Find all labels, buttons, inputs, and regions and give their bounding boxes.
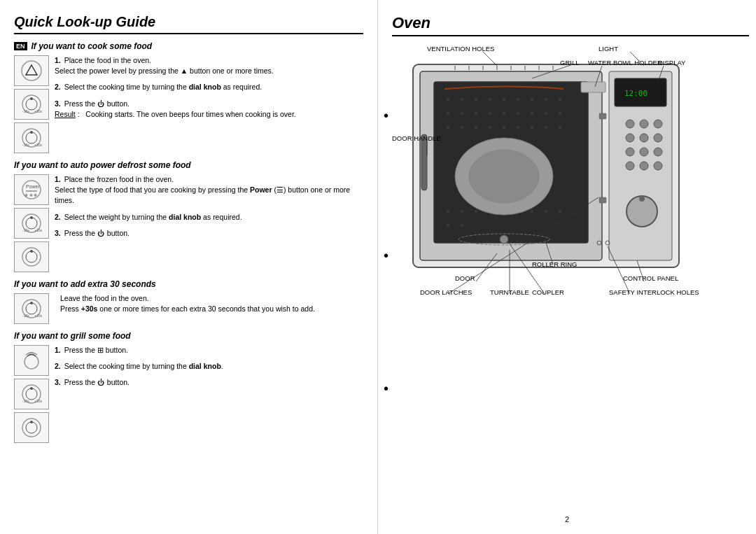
svg-text:❄ ❄ ❄: ❄ ❄ ❄ [24,193,37,197]
svg-text:+10s: +10s [34,143,42,147]
section-defrost-title: If you want to auto power defrost some f… [14,160,363,170]
start-button-icon: -10s +10s [19,125,44,150]
cook-steps-container: -10s +10s -10s +10s 1. [14,55,363,153]
icon-start-button: -10s +10s [14,122,49,153]
bullet-1: • [384,108,388,122]
label-water-bowl-holder: WATER BOWL HOLDER [588,59,662,66]
svg-point-93 [640,148,648,156]
svg-point-44 [475,98,477,101]
power-defrost-icon: Power ❄ ❄ ❄ [19,177,44,202]
label-door: DOOR [455,274,475,282]
left-title: Quick Look-up Guide [14,14,363,34]
defrost-step-3: 3. Press the ⏻ button. [55,228,363,239]
svg-point-25 [26,303,37,314]
oven-svg: 12:00 [392,43,728,463]
svg-point-87 [640,120,648,128]
defrost-step-1: 1. Place the frozen food in the oven. Se… [55,174,363,206]
svg-point-36 [26,422,37,433]
svg-point-57 [531,112,533,115]
icon-dial-knob-3: -10s +10s [14,379,49,409]
svg-rect-82 [421,134,427,190]
cook-icons: -10s +10s -10s +10s [14,55,49,153]
svg-point-26 [30,302,33,304]
svg-point-79 [461,224,463,227]
svg-text:-10s: -10s [22,314,29,318]
label-light: LIGHT [598,45,618,52]
svg-point-53 [475,112,477,115]
label-ventilation-holes: VENTILATION HOLES [427,45,494,52]
cook-step-3: 3. Press the ⏻ button. Result : Cooking … [55,99,363,120]
svg-text:+10s: +10s [34,228,42,232]
left-panel: Quick Look-up Guide EN If you want to co… [0,0,378,534]
svg-point-91 [654,134,662,142]
section-grill-title: If you want to grill some food [14,331,363,341]
svg-text:-10s: -10s [22,228,29,232]
grill-steps-text: 1. Press the ⊞ button. 2. Select the coo… [55,345,363,443]
svg-point-96 [640,162,648,170]
svg-point-43 [461,98,463,101]
defrost-icons: Power ❄ ❄ ❄ -10s +10s [14,174,49,272]
label-roller-ring: ROLLER RING [532,260,577,268]
svg-point-63 [489,126,491,129]
grill-steps-container: -10s +10s 1. Press the ⊞ button. [14,345,363,443]
svg-point-50 [559,98,561,101]
page-number: 2 [565,515,569,524]
svg-point-59 [559,112,561,115]
svg-text:+10s: +10s [34,399,42,403]
label-grill: GRILL [560,59,579,66]
svg-point-42 [447,98,449,101]
svg-point-47 [517,98,519,101]
label-safety-interlock: SAFETY INTERLOCK HOLES [609,288,699,296]
defrost-step-2: 2. Select the weight by turning the dial… [55,212,363,223]
svg-rect-108 [581,82,606,92]
svg-point-31 [26,388,37,400]
defrost-steps-container: Power ❄ ❄ ❄ -10s +10s [14,174,363,272]
section-extra30-title: If you want to add extra 30 seconds [14,279,363,289]
section-grill: If you want to grill some food -1 [14,331,363,443]
svg-point-23 [30,250,33,253]
svg-point-71 [475,210,477,213]
svg-point-62 [475,126,477,129]
icon-start-grill [14,412,49,443]
svg-point-66 [531,126,533,129]
icon-dial-knob-1: -10s +10s [14,89,49,120]
right-panel: Oven • • • [378,0,756,534]
start-grill-icon [19,415,44,440]
svg-point-56 [517,112,519,115]
30s-icon: -10s +10s [19,296,44,321]
label-door-latches: DOOR LATCHES [420,288,472,296]
svg-point-55 [503,112,505,115]
icon-dial-knob-2: -10s +10s [14,208,49,239]
section-cook: EN If you want to cook some food [14,41,363,153]
svg-point-45 [489,98,491,101]
svg-point-78 [447,224,449,227]
section-cook-title: EN If you want to cook some food [14,41,363,51]
svg-point-18 [30,216,33,219]
section-extra30: If you want to add extra 30 seconds -10s… [14,279,363,324]
svg-point-17 [26,218,37,229]
svg-text:-10s: -10s [22,109,29,113]
bullet-3: • [384,381,388,395]
svg-rect-111 [599,113,606,119]
svg-point-75 [531,210,533,213]
svg-point-67 [545,126,547,129]
label-turntable: TURNTABLE [490,288,529,296]
svg-text:-10s: -10s [22,143,29,147]
svg-point-46 [503,98,505,101]
grill-step-1: 1. Press the ⊞ button. [55,345,363,356]
icon-grill-btn [14,345,49,376]
svg-point-68 [559,126,561,129]
start-defrost-icon [19,244,44,269]
svg-point-99 [639,196,645,202]
svg-point-58 [545,112,547,115]
defrost-steps-text: 1. Place the frozen food in the oven. Se… [55,174,363,272]
svg-point-86 [626,120,634,128]
icon-start-defrost [14,241,49,272]
svg-point-76 [545,210,547,213]
svg-point-48 [531,98,533,101]
svg-point-52 [461,112,463,115]
svg-point-32 [30,387,33,390]
svg-point-77 [559,210,561,213]
svg-point-95 [626,162,634,170]
svg-point-92 [626,148,634,156]
